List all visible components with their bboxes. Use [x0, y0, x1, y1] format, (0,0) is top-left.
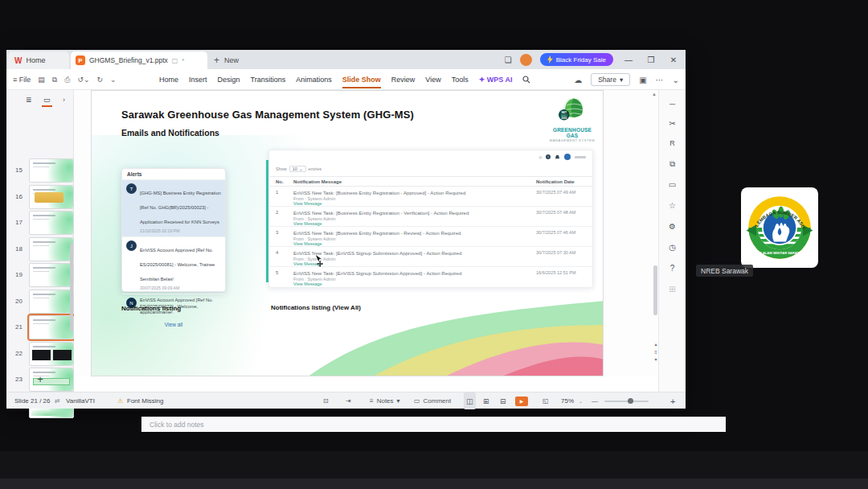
search-icon[interactable]	[522, 76, 530, 84]
zoom-slider[interactable]	[604, 392, 649, 409]
bell-icon	[555, 154, 560, 160]
comment-pane-icon[interactable]: ▭	[659, 180, 686, 189]
tab-transitions[interactable]: Transitions	[251, 76, 286, 84]
account-avatar[interactable]	[520, 54, 532, 66]
zoom-knob[interactable]	[628, 398, 633, 404]
tab-preview-icon[interactable]: ▢	[172, 57, 178, 64]
collapse-pane-icon[interactable]: ─	[659, 100, 686, 109]
font-tool-icon[interactable]: R	[659, 139, 686, 147]
slide-scrollbar[interactable]	[653, 265, 657, 315]
slide-thumbnail-22[interactable]	[29, 342, 74, 366]
promo-banner-button[interactable]: Black Friday Sale	[540, 53, 613, 66]
slide-thumbnail-21-selected[interactable]	[29, 315, 74, 339]
cloud-sync-icon[interactable]: ☁	[574, 76, 582, 84]
slide-subtitle[interactable]: Emails and Notifications	[121, 128, 219, 138]
minimize-button[interactable]: —	[621, 55, 636, 64]
participant-video-tile[interactable]: LEMBAGA SUMBER ASLI DAN ALAM SEKITAR SAR…	[741, 187, 818, 268]
view-message-link[interactable]: View Message	[293, 281, 322, 286]
template-switch-icon[interactable]: ⇄	[55, 392, 60, 409]
slide-sorter-icon[interactable]: ⊞	[481, 392, 492, 409]
add-slide-button[interactable]: +	[6, 373, 74, 385]
alert-item[interactable]: J EnViSS Account Approved [Ref No. ES/20…	[122, 237, 225, 294]
tab-view[interactable]: View	[425, 76, 440, 84]
user-avatar-icon	[564, 154, 571, 160]
shapes-icon[interactable]: ⧉	[659, 159, 686, 169]
table-row[interactable]: 2 EnViSS New Task: [Business Entity Regi…	[269, 207, 592, 227]
star-icon[interactable]: ☆	[659, 201, 686, 210]
notes-bar[interactable]: Click to add notes	[141, 417, 726, 432]
tab-design[interactable]: Design	[218, 76, 240, 84]
collapse-panel-icon[interactable]: ›	[63, 96, 65, 104]
document-tab[interactable]: P GHGMS_Briefing_v1.pptx ▢ *	[71, 51, 207, 69]
share-button[interactable]: Share▾	[591, 73, 630, 86]
task-pane-icon[interactable]: ▣	[639, 76, 646, 84]
tab-insert[interactable]: Insert	[189, 76, 207, 84]
wps-home-tab[interactable]: W Home	[8, 51, 69, 69]
tab-wps-ai[interactable]: ✦ WPS AI	[479, 76, 513, 84]
zoom-out-button[interactable]: —	[592, 392, 598, 409]
toolbox-icon[interactable]: ✂	[659, 119, 686, 128]
font-missing-warning[interactable]: Font Missing	[127, 392, 163, 409]
table-row[interactable]: 3 EnViSS New Task: [Business Entity Regi…	[269, 227, 592, 247]
slide-thumbnail-19[interactable]	[29, 263, 74, 287]
file-menu[interactable]: ≡ File	[13, 76, 31, 84]
slide-thumbnail-20[interactable]	[29, 290, 74, 314]
maximize-button[interactable]: ❐	[644, 55, 658, 64]
tab-tools[interactable]: Tools	[452, 76, 469, 84]
collapse-ribbon-icon[interactable]: ⌄	[673, 76, 679, 84]
history-clock-icon[interactable]: ◷	[659, 243, 686, 252]
new-tab-button[interactable]: + New	[214, 53, 239, 68]
slide-thumbnail-16[interactable]	[29, 185, 74, 209]
more-menu-icon[interactable]: ⋯	[656, 76, 664, 84]
slide-title[interactable]: Sarawak Greenhouse Gas Management System…	[121, 109, 414, 121]
close-button[interactable]: ✕	[666, 55, 681, 64]
notes-toggle[interactable]: ≡ Notes ▾	[370, 392, 400, 409]
apps-grid-icon[interactable]: ⊞	[659, 285, 686, 294]
reading-view-icon[interactable]: ⊟	[497, 392, 509, 409]
print-icon[interactable]: ⎙	[64, 76, 70, 84]
slide-canvas[interactable]: Sarawak Greenhouse Gas Management System…	[91, 90, 604, 376]
handoff-icon[interactable]: ⇥	[346, 392, 351, 409]
tab-star-icon[interactable]: *	[182, 57, 184, 64]
alert-item[interactable]: T [GHG-MS] Business Entity Registration …	[122, 180, 225, 237]
settings-sliders-icon[interactable]: ⚙	[659, 222, 686, 231]
scroll-up-arrow-icon[interactable]: ▲	[652, 92, 657, 97]
fit-slide-icon[interactable]: ◱	[542, 392, 549, 409]
outline-view-icon[interactable]: ≣	[26, 96, 32, 104]
slideshow-play-button[interactable]: ▶	[515, 392, 528, 409]
tab-home[interactable]: Home	[159, 76, 178, 84]
tab-review[interactable]: Review	[391, 76, 416, 84]
export-icon[interactable]: ⧉	[52, 76, 57, 84]
slide-thumbnail-18[interactable]	[29, 237, 74, 261]
page-size-select[interactable]: 10⌄	[289, 166, 306, 172]
comment-toggle[interactable]: ▭ Comment	[414, 392, 451, 409]
redo-icon[interactable]: ↻	[97, 76, 104, 84]
leaf-globe-icon: NET ZERO 2050	[557, 96, 588, 123]
view-all-link[interactable]: View all	[122, 319, 225, 330]
badge-2050: 2050	[561, 117, 567, 120]
slide-thumbnail-17[interactable]	[29, 211, 74, 235]
undo-icon[interactable]: ↺⌄	[77, 76, 89, 84]
zoom-level[interactable]: 75%	[561, 392, 574, 409]
spellcheck-icon[interactable]: ⊡	[323, 392, 329, 409]
table-row[interactable]: 1 EnViSS New Task: [Business Entity Regi…	[269, 187, 592, 207]
view-message-link[interactable]: View Message	[293, 201, 322, 206]
template-name[interactable]: VanillaVTI	[66, 392, 95, 409]
tab-slide-show[interactable]: Slide Show	[342, 76, 381, 84]
help-icon[interactable]: ?	[659, 264, 686, 273]
normal-view-icon[interactable]: ◫	[464, 392, 476, 409]
zoom-caret-icon[interactable]: ⌄	[579, 392, 583, 409]
slide-view-icon[interactable]: ▭	[43, 96, 51, 104]
tab-list-icon[interactable]: ❏	[505, 55, 512, 64]
slide-thumbnail-15[interactable]	[29, 158, 74, 183]
more-actions-caret-icon[interactable]: ⌄	[110, 76, 117, 84]
zoom-in-button[interactable]: +	[670, 392, 675, 409]
thumbnail-scrollbar[interactable]	[70, 243, 73, 331]
save-icon[interactable]: ▤	[38, 76, 45, 84]
home-tab-label: Home	[26, 56, 45, 64]
tab-animations[interactable]: Animations	[296, 76, 332, 84]
table-row[interactable]: 5 EnViSS New Task: [EnViSS Signup Submis…	[269, 267, 592, 287]
view-message-link[interactable]: View Message	[293, 221, 322, 226]
view-message-link[interactable]: View Message	[293, 241, 322, 246]
nreb-emblem: LEMBAGA SUMBER ASLI DAN ALAM SEKITAR SAR…	[744, 191, 815, 265]
